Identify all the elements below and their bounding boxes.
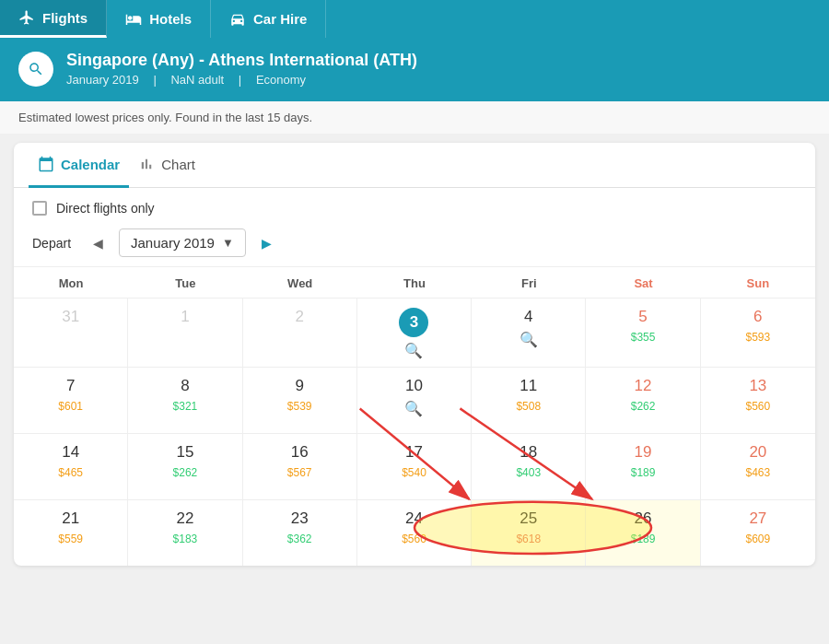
day-cell-15[interactable]: 15$262 [128, 433, 242, 499]
day-cell-19[interactable]: 19$189 [586, 433, 700, 499]
day-number: 18 [472, 443, 585, 462]
tab-calendar-label: Calendar [61, 157, 120, 172]
day-price: $601 [14, 400, 127, 413]
day-cell-25[interactable]: 25$618 [472, 499, 586, 566]
day-number: 1 [128, 308, 241, 326]
day-number: 13 [701, 377, 815, 395]
month-selector-text: January 2019 [131, 235, 215, 251]
tab-bar: Calendar Chart [14, 143, 815, 188]
tab-calendar[interactable]: Calendar [29, 143, 129, 188]
day-header-sat: Sat [586, 267, 700, 298]
calendar-body: 31123🔍4🔍5$3556$5937$6018$3219$53910🔍11$5… [14, 298, 815, 566]
day-cell-11[interactable]: 11$508 [472, 367, 586, 433]
day-cell-26[interactable]: 26$189 [586, 499, 700, 566]
day-cell-22[interactable]: 22$183 [128, 499, 242, 566]
day-cell-24[interactable]: 24$560 [357, 499, 472, 566]
month-selector[interactable]: January 2019 ▼ [119, 228, 246, 257]
day-cell-0[interactable]: 31 [14, 298, 128, 367]
day-number: 12 [586, 377, 699, 395]
tab-car-hire[interactable]: Car Hire [211, 0, 326, 38]
day-number: 25 [472, 509, 585, 528]
day-price: $355 [586, 331, 699, 344]
day-cell-17[interactable]: 17$540 [357, 433, 472, 499]
day-number: 23 [243, 509, 356, 528]
day-number: 7 [14, 377, 127, 395]
day-cell-8[interactable]: 8$321 [128, 367, 242, 433]
day-cell-27[interactable]: 27$609 [701, 499, 815, 566]
day-cell-18[interactable]: 18$403 [472, 433, 586, 499]
dropdown-arrow-icon: ▼ [222, 236, 234, 250]
day-number: 10 [357, 377, 471, 395]
calendar-table: Mon Tue Wed Thu Fri Sat Sun [14, 266, 815, 298]
search-icon[interactable] [18, 52, 53, 87]
day-price: $362 [243, 533, 356, 545]
next-month-arrow[interactable]: ▶ [255, 231, 279, 255]
day-cell-16[interactable]: 16$567 [243, 433, 357, 499]
day-price: $321 [128, 400, 241, 413]
day-number: 27 [701, 509, 815, 528]
direct-flights-label: Direct flights only [56, 201, 155, 216]
prev-month-arrow[interactable]: ◀ [86, 231, 110, 255]
day-cell-21[interactable]: 21$559 [14, 499, 128, 566]
day-cell-20[interactable]: 20$463 [701, 433, 815, 499]
day-cell-23[interactable]: 23$362 [243, 499, 357, 566]
day-cell-6[interactable]: 6$593 [701, 298, 815, 367]
search-info: Singapore (Any) - Athens International (… [66, 51, 417, 87]
day-cell-9[interactable]: 9$539 [243, 367, 357, 433]
tab-car-hire-label: Car Hire [253, 11, 307, 27]
direct-flights-checkbox[interactable] [32, 201, 47, 216]
day-price: $403 [472, 466, 585, 479]
notice-text: Estimated lowest prices only. Found in t… [0, 101, 829, 134]
tab-flights-label: Flights [42, 10, 88, 26]
day-price: $262 [128, 466, 241, 479]
day-price: $189 [586, 466, 699, 479]
day-cell-5[interactable]: 5$355 [586, 298, 700, 367]
tab-hotels[interactable]: Hotels [107, 0, 211, 38]
day-number: 3 [399, 308, 428, 337]
day-number: 21 [14, 509, 127, 528]
main-card: Calendar Chart Direct flights only Depar… [14, 143, 815, 566]
top-nav: Flights Hotels Car Hire Singapore (Any) … [0, 0, 829, 101]
day-cell-14[interactable]: 14$465 [14, 433, 128, 499]
day-cell-2[interactable]: 2 [243, 298, 357, 367]
day-cell-4[interactable]: 4🔍 [472, 298, 586, 367]
day-cell-3[interactable]: 3🔍 [357, 298, 472, 367]
search-icon[interactable]: 🔍 [357, 400, 471, 417]
search-icon[interactable]: 🔍 [472, 331, 585, 348]
day-number: 26 [586, 509, 699, 528]
day-header-sun: Sun [701, 267, 815, 298]
day-price: $262 [586, 400, 699, 413]
day-number: 17 [357, 443, 471, 462]
search-route: Singapore (Any) - Athens International (… [66, 51, 417, 70]
tab-flights[interactable]: Flights [0, 0, 107, 38]
day-price: $618 [472, 533, 585, 545]
direct-flights-row: Direct flights only [32, 201, 797, 216]
search-adults: NaN adult [170, 73, 224, 87]
day-price: $508 [472, 400, 585, 413]
day-cell-13[interactable]: 13$560 [701, 367, 815, 433]
day-cell-10[interactable]: 10🔍 [357, 367, 472, 433]
day-number: 4 [472, 308, 585, 326]
search-icon[interactable]: 🔍 [357, 342, 471, 359]
day-header-thu: Thu [357, 267, 472, 298]
day-price: $183 [128, 533, 241, 545]
day-cell-1[interactable]: 1 [128, 298, 242, 367]
day-header-fri: Fri [472, 267, 586, 298]
calendar-controls: Direct flights only Depart ◀ January 201… [14, 188, 815, 266]
day-header-wed: Wed [243, 267, 357, 298]
day-cell-7[interactable]: 7$601 [14, 367, 128, 433]
search-month: January 2019 [66, 73, 139, 87]
day-number: 19 [586, 443, 699, 462]
day-price: $593 [701, 331, 815, 344]
day-number: 2 [243, 308, 356, 326]
tab-chart[interactable]: Chart [129, 143, 204, 188]
day-price: $560 [701, 400, 815, 413]
day-number: 14 [14, 443, 127, 462]
day-price: $540 [357, 466, 471, 479]
search-class: Economy [256, 73, 306, 87]
day-price: $189 [586, 533, 699, 545]
day-number: 31 [14, 308, 127, 326]
tab-hotels-label: Hotels [149, 11, 192, 27]
day-cell-12[interactable]: 12$262 [586, 367, 700, 433]
day-number: 20 [701, 443, 815, 462]
